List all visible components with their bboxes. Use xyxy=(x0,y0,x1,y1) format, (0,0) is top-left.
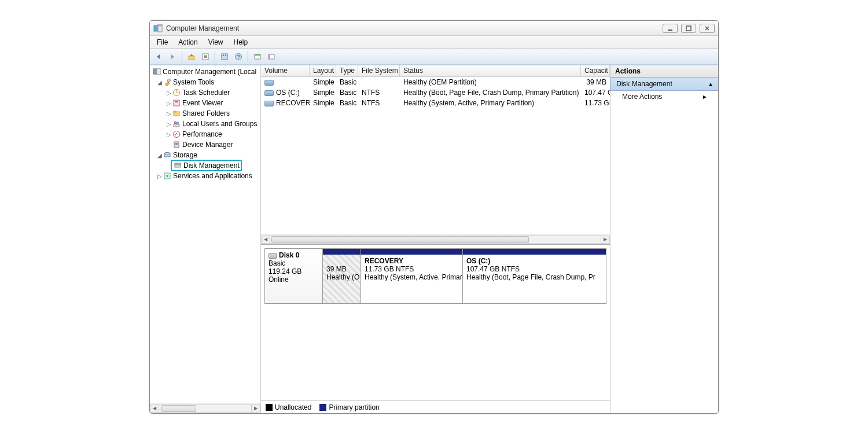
scroll-right-button[interactable]: ▶ xyxy=(251,404,260,413)
svg-rect-19 xyxy=(269,54,270,59)
menu-file[interactable]: File xyxy=(152,37,172,47)
chevron-right-icon: ▸ xyxy=(703,93,707,101)
help-button[interactable]: ? xyxy=(232,50,245,63)
svg-rect-5 xyxy=(686,26,691,31)
expand-icon[interactable]: ▷ xyxy=(157,173,163,179)
back-button[interactable] xyxy=(152,50,165,63)
tree-shared-folders[interactable]: ▷Shared Folders xyxy=(150,108,260,119)
actions-pane: Actions Disk Management ▴ More Actions ▸ xyxy=(610,65,718,413)
chevron-up-icon: ▴ xyxy=(709,80,712,88)
tree-root[interactable]: Computer Management (Local xyxy=(150,67,260,77)
svg-rect-10 xyxy=(204,57,207,58)
forward-button[interactable] xyxy=(166,50,179,63)
table-scrollbar[interactable]: ◀ ▶ xyxy=(261,234,610,244)
table-header: Volume Layout Type File System Status Ca… xyxy=(261,65,610,77)
users-icon xyxy=(172,119,181,128)
refresh-button[interactable] xyxy=(218,50,231,63)
svg-rect-30 xyxy=(174,124,179,127)
svg-rect-12 xyxy=(223,55,224,56)
scroll-track[interactable] xyxy=(270,236,601,244)
svg-rect-8 xyxy=(204,55,207,56)
expand-icon[interactable]: ▷ xyxy=(166,121,172,127)
menu-help[interactable]: Help xyxy=(229,37,253,47)
svg-rect-20 xyxy=(153,69,156,74)
scroll-left-button[interactable]: ◀ xyxy=(261,236,270,244)
svg-rect-6 xyxy=(189,56,194,60)
partition-recovery[interactable]: RECOVERY11.73 GB NTFSHealthy (System, Ac… xyxy=(361,249,463,303)
clock-icon xyxy=(172,88,181,97)
actions-more-actions[interactable]: More Actions ▸ xyxy=(610,90,718,103)
scroll-right-button[interactable]: ▶ xyxy=(601,236,610,244)
scroll-left-button[interactable]: ◀ xyxy=(150,404,159,413)
view2-button[interactable] xyxy=(265,50,278,63)
table-row[interactable]: RECOVERY Simple Basic NTFS Healthy (Syst… xyxy=(261,98,610,108)
disk-icon xyxy=(269,253,277,259)
menu-action[interactable]: Action xyxy=(174,37,202,47)
tree-device-manager[interactable]: Device Manager xyxy=(150,139,260,150)
col-fs[interactable]: File System xyxy=(358,65,400,76)
up-button[interactable] xyxy=(185,50,198,63)
volume-icon xyxy=(264,80,274,86)
svg-rect-0 xyxy=(154,25,157,31)
expand-icon[interactable]: ▷ xyxy=(166,100,172,106)
col-status[interactable]: Status xyxy=(400,65,581,76)
menubar: File Action View Help xyxy=(150,36,718,49)
tree-disk-management[interactable]: Disk Management xyxy=(150,160,260,171)
disk-header[interactable]: Disk 0 Basic 119.24 GB Online xyxy=(265,249,323,303)
scroll-thumb[interactable] xyxy=(271,236,529,243)
legend-primary-swatch xyxy=(319,404,326,411)
minimize-button[interactable] xyxy=(663,24,678,33)
svg-rect-17 xyxy=(255,54,260,56)
titlebar: Computer Management xyxy=(150,21,718,36)
partition-os[interactable]: OS (C:)107.47 GB NTFSHealthy (Boot, Page… xyxy=(463,249,606,303)
legend-unallocated-swatch xyxy=(266,404,273,411)
col-volume[interactable]: Volume xyxy=(261,65,310,76)
svg-rect-11 xyxy=(222,54,227,60)
tree-event-viewer[interactable]: ▷Event Viewer xyxy=(150,98,260,108)
svg-point-22 xyxy=(168,79,171,82)
legend: Unallocated Primary partition xyxy=(261,400,610,413)
tree-performance[interactable]: ▷Performance xyxy=(150,129,260,139)
disk-row: Disk 0 Basic 119.24 GB Online 39 MBHealt… xyxy=(264,248,606,304)
toolbar: ? xyxy=(150,49,718,65)
view1-button[interactable] xyxy=(251,50,264,63)
col-type[interactable]: Type xyxy=(336,65,358,76)
tree-local-users[interactable]: ▷Local Users and Groups xyxy=(150,119,260,129)
table-body: Simple Basic Healthy (OEM Partition) 39 … xyxy=(261,77,610,234)
properties-button[interactable] xyxy=(199,50,212,63)
tree-storage[interactable]: ◢Storage xyxy=(150,150,260,160)
expand-icon[interactable]: ▷ xyxy=(166,90,172,96)
svg-rect-37 xyxy=(175,163,181,165)
tree-system-tools[interactable]: ◢System Tools xyxy=(150,77,260,87)
col-layout[interactable]: Layout xyxy=(310,65,336,76)
volume-icon xyxy=(264,90,274,96)
volume-icon xyxy=(264,101,274,106)
svg-rect-9 xyxy=(204,56,207,57)
volume-table: Volume Layout Type File System Status Ca… xyxy=(261,65,610,245)
expand-icon[interactable]: ▷ xyxy=(166,111,172,117)
tree-services[interactable]: ▷Services and Applications xyxy=(150,171,260,181)
disk-icon xyxy=(173,161,182,170)
storage-icon xyxy=(163,150,172,160)
app-icon xyxy=(153,24,163,33)
maximize-button[interactable] xyxy=(681,24,696,33)
table-row[interactable]: OS (C:) Simple Basic NTFS Healthy (Boot,… xyxy=(261,87,610,98)
expand-icon[interactable]: ▷ xyxy=(166,131,172,138)
performance-icon xyxy=(172,130,181,139)
col-capacity[interactable]: Capacit xyxy=(581,65,610,76)
table-row[interactable]: Simple Basic Healthy (OEM Partition) 39 … xyxy=(261,77,610,87)
collapse-icon[interactable]: ◢ xyxy=(157,79,163,86)
svg-rect-25 xyxy=(175,101,178,102)
menu-view[interactable]: View xyxy=(204,37,228,47)
scroll-track[interactable] xyxy=(159,404,251,413)
close-button[interactable] xyxy=(700,24,715,33)
partition-oem[interactable]: 39 MBHealthy (O xyxy=(323,249,361,303)
actions-disk-management[interactable]: Disk Management ▴ xyxy=(610,77,719,91)
svg-point-29 xyxy=(176,122,179,124)
computer-icon xyxy=(152,67,161,76)
collapse-icon[interactable]: ◢ xyxy=(157,152,163,159)
svg-rect-13 xyxy=(225,55,226,56)
left-scrollbar[interactable]: ◀ ▶ xyxy=(150,403,260,413)
tree-task-scheduler[interactable]: ▷Task Scheduler xyxy=(150,87,260,98)
scroll-thumb[interactable] xyxy=(161,405,196,412)
